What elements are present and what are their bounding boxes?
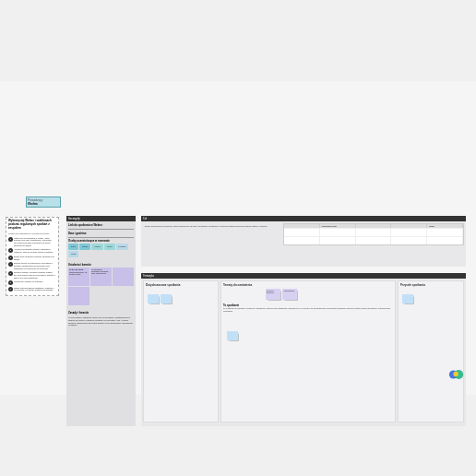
participants-label: Osoby uczestniczące w rozmowie xyxy=(68,239,134,243)
sticky-note[interactable] xyxy=(402,294,413,303)
step-text: Sprawdź tematy, przygotuj wstępne notatk… xyxy=(14,271,56,280)
sticky-note[interactable]: Administracja xyxy=(282,289,297,300)
canvas[interactable]: Prowadzący Wacław Wykorzystaj Webex i sz… xyxy=(0,81,476,395)
participant-chip[interactable]: Jacek xyxy=(79,244,91,250)
rules-title: Zasady i kwestie xyxy=(68,311,134,315)
sticky-note[interactable]: Pomysły i działania xyxy=(266,289,280,300)
svg-point-2 xyxy=(453,372,458,376)
goal-panel[interactable]: Cel Dodaj najważniejsze wskaźniki, które… xyxy=(141,216,466,267)
action-card[interactable] xyxy=(68,287,89,305)
guide-title: Wykorzystaj Webex i szablonach podczas r… xyxy=(8,220,56,231)
table-header xyxy=(284,224,320,228)
table-header xyxy=(356,224,392,228)
sticky-note[interactable] xyxy=(161,294,172,303)
step-number: 5 xyxy=(8,271,13,276)
presenter-badge: Prowadzący Wacław xyxy=(26,196,61,208)
table-header: Kluczowe wyniki xyxy=(320,224,356,228)
guide-subtitle: Podaruj ten szablonach w 6 prostych krok… xyxy=(8,232,56,235)
participant-chip[interactable]: Kasia xyxy=(91,244,102,250)
step-text: Skończ tematy do omówienia, korzystając … xyxy=(14,262,56,270)
goal-note: Dodaj najważniejsze wskaźniki, które skł… xyxy=(145,225,283,227)
step-number: 7 xyxy=(8,287,13,292)
past-meetings-column[interactable]: Dotychczasowe spotkania xyxy=(143,280,219,422)
rules-text: Wykorzystamy następne wolne linki do każ… xyxy=(68,316,134,327)
step-number: 4 xyxy=(8,262,13,267)
step-number: 2 xyxy=(8,248,13,253)
future-column[interactable]: Przyszłe spotkania xyxy=(398,280,464,422)
goal-table[interactable]: Kluczowe wynikiTrend xyxy=(283,223,464,245)
step-text: Przekazuje zadania do realizacji. xyxy=(14,280,56,285)
actions-title: Ustalenia i kwestie xyxy=(68,263,134,267)
participant-chip[interactable]: Łukasz xyxy=(116,244,129,250)
table-header xyxy=(391,224,427,228)
future-title: Przyszłe spotkania xyxy=(400,283,461,287)
guide-panel: Wykorzystaj Webex i szablonach podczas r… xyxy=(6,217,59,296)
sticky-note[interactable] xyxy=(148,294,159,303)
step-text: Dodaj nowe spotkania dodawaj zawartość n… xyxy=(14,256,56,261)
discuss-column[interactable]: Tematy do omówienia Pomysły i działania … xyxy=(220,280,396,422)
link-label: Link do spotkania w Webex: xyxy=(68,223,134,227)
presenter-name: Wacław xyxy=(28,202,59,206)
topics-panel[interactable]: Tematyka Dotychczasowe spotkania Tematy … xyxy=(141,273,466,426)
step-text: Aktualizuj na bieżąco tematy, informacje… xyxy=(14,248,56,254)
table-header: Trend xyxy=(427,224,463,228)
step-number: 3 xyxy=(8,256,13,260)
step-number: 6 xyxy=(8,280,13,285)
details-header: Szczegóły xyxy=(66,216,136,221)
participant-chip[interactable]: Karol xyxy=(104,244,115,250)
action-cards: Typ1 na czasOdpowiedzialny za to jest ka… xyxy=(68,268,134,305)
step-number: 1 xyxy=(8,237,13,242)
participant-chips: EwaJacekKasiaKarolŁukaszOlga xyxy=(68,244,134,257)
past-title: Dotychczasowe spotkania xyxy=(146,283,216,287)
participant-chip[interactable]: Ewa xyxy=(68,244,78,250)
sticky-note[interactable] xyxy=(227,331,238,340)
datetime-label: Data i godzina: xyxy=(68,232,134,235)
action-card[interactable]: Wymagane działanie każdego dnia roboczeg… xyxy=(90,268,112,286)
this-meeting-note: Tu znajdują się elementy związane z tema… xyxy=(223,307,393,312)
details-panel[interactable]: Szczegóły Link do spotkania w Webex: Dat… xyxy=(66,216,136,426)
step-text: Wpisz link do spotkania w Webex, datę i … xyxy=(14,237,56,247)
action-card[interactable]: Typ1 na czasOdpowiedzialny za to jest ka… xyxy=(68,268,89,286)
discuss-title: Tematy do omówienia xyxy=(223,283,393,287)
webex-logo-icon xyxy=(448,368,465,381)
action-card[interactable] xyxy=(113,268,134,286)
step-text: Zapisz dotychczasowe spotkania i materia… xyxy=(14,287,56,292)
participant-chip[interactable]: Olga xyxy=(68,251,78,257)
